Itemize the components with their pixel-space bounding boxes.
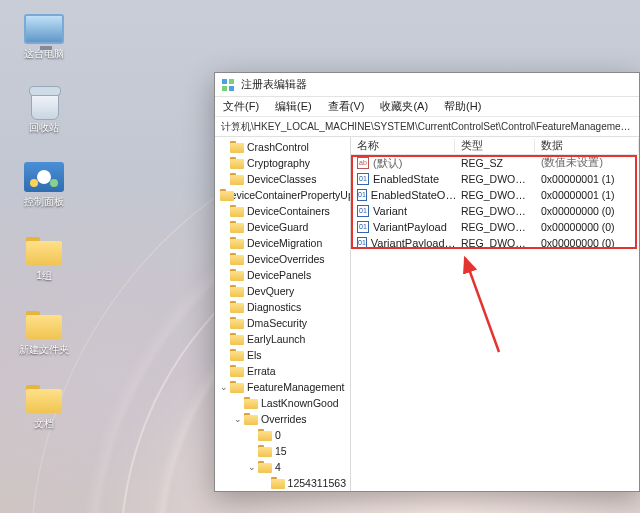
value-data: 0x00000000 (0) (535, 205, 639, 217)
svg-rect-0 (222, 79, 227, 84)
tree-node[interactable]: DeviceContainerPropertyUpda (217, 187, 350, 203)
desktop-icon-folder-b[interactable]: 新建文件夹 (8, 304, 80, 370)
value-data: 0x00000001 (1) (535, 173, 639, 185)
folder-icon (258, 429, 272, 441)
value-type: REG_DWORD (455, 205, 535, 217)
dword-value-icon: 01 (357, 221, 369, 233)
folder-icon (258, 445, 272, 457)
expander-icon[interactable]: ⌄ (233, 414, 243, 424)
value-row[interactable]: 01VariantPayloadREG_DWORD0x00000000 (0) (351, 219, 639, 235)
tree-node[interactable]: EarlyLaunch (217, 331, 350, 347)
tree-node[interactable]: Cryptography (217, 155, 350, 171)
tree-node-label: DeviceOverrides (247, 253, 325, 265)
tree-node[interactable]: DeviceOverrides (217, 251, 350, 267)
tree-node-label: Errata (247, 365, 276, 377)
value-row[interactable]: 01VariantPayload…REG_DWORD0x00000000 (0) (351, 235, 639, 251)
address-bar[interactable]: 计算机\HKEY_LOCAL_MACHINE\SYSTEM\CurrentCon… (215, 117, 639, 137)
tree-node-label: DmaSecurity (247, 317, 307, 329)
tree-node-label: Diagnostics (247, 301, 301, 313)
value-name: EnabledState (373, 173, 439, 185)
values-header: 名称 类型 数据 (351, 137, 639, 155)
expander-icon[interactable]: ⌄ (219, 382, 229, 392)
tree-node[interactable]: Errata (217, 363, 350, 379)
svg-rect-3 (229, 86, 234, 91)
tree-node-label: Cryptography (247, 157, 310, 169)
desktop-icon-recycle[interactable]: 回收站 (8, 82, 80, 148)
menu-favorites[interactable]: 收藏夹(A) (378, 97, 430, 116)
tree-node-label: 15 (275, 445, 287, 457)
value-data: (数值未设置) (535, 156, 639, 170)
folder-icon (230, 269, 244, 281)
tree-node[interactable]: ⌄FeatureManagement (217, 379, 350, 395)
value-row[interactable]: 01EnabledStateO…REG_DWORD0x00000001 (1) (351, 187, 639, 203)
value-row[interactable]: 01EnabledStateREG_DWORD0x00000001 (1) (351, 171, 639, 187)
tree-node-label: EarlyLaunch (247, 333, 305, 345)
desktop-icon-this-pc[interactable]: 这台电脑 (8, 8, 80, 74)
menu-view[interactable]: 查看(V) (326, 97, 367, 116)
tree-node[interactable]: 1254311563 (217, 475, 350, 491)
value-type: REG_DWORD (455, 189, 535, 201)
tree-node[interactable]: ⌄4 (217, 459, 350, 475)
tree-node[interactable]: Els (217, 347, 350, 363)
desktop-icon-folder-a[interactable]: 1组 (8, 230, 80, 296)
folder-icon (230, 365, 244, 377)
tree-node-label: Overrides (261, 413, 307, 425)
value-row[interactable]: ab(默认)REG_SZ(数值未设置) (351, 155, 639, 171)
value-type: REG_DWORD (455, 237, 535, 249)
menu-help[interactable]: 帮助(H) (442, 97, 483, 116)
value-row[interactable]: 01VariantREG_DWORD0x00000000 (0) (351, 203, 639, 219)
tree-node-label: 4 (275, 461, 281, 473)
tree-node[interactable]: DeviceClasses (217, 171, 350, 187)
value-name: Variant (373, 205, 407, 217)
folder-icon (230, 285, 244, 297)
menu-file[interactable]: 文件(F) (221, 97, 261, 116)
desktop-icon-folder-c[interactable]: 文档 (8, 378, 80, 444)
tree-node[interactable]: CrashControl (217, 139, 350, 155)
dword-value-icon: 01 (357, 237, 367, 249)
folder-icon (244, 397, 258, 409)
values-pane[interactable]: 名称 类型 数据 ab(默认)REG_SZ(数值未设置)01EnabledSta… (351, 137, 639, 491)
svg-rect-1 (229, 79, 234, 84)
tree-node-label: DeviceGuard (247, 221, 308, 233)
regedit-window: 注册表编辑器 文件(F) 编辑(E) 查看(V) 收藏夹(A) 帮助(H) 计算… (214, 72, 640, 492)
tree-pane[interactable]: CrashControlCryptographyDeviceClassesDev… (215, 137, 351, 491)
titlebar[interactable]: 注册表编辑器 (215, 73, 639, 97)
tree-node[interactable]: 15 (217, 443, 350, 459)
desktop-icon-label: 1组 (36, 270, 52, 282)
tree-node[interactable]: LastKnownGood (217, 395, 350, 411)
tree-node-label: 0 (275, 429, 281, 441)
expander-icon[interactable]: ⌄ (247, 462, 257, 472)
desktop-icon-control[interactable]: 控制面板 (8, 156, 80, 222)
folder-icon (230, 173, 244, 185)
tree-node[interactable]: DeviceContainers (217, 203, 350, 219)
tree-node[interactable]: DevQuery (217, 283, 350, 299)
desktop-icon-label: 文档 (34, 418, 54, 430)
tree-node[interactable]: DmaSecurity (217, 315, 350, 331)
col-type[interactable]: 类型 (455, 139, 535, 153)
folder-icon (230, 205, 244, 217)
col-name[interactable]: 名称 (351, 139, 455, 153)
annotation-arrow (451, 252, 511, 362)
tree-node[interactable]: 0 (217, 427, 350, 443)
folder-icon (271, 477, 284, 489)
menu-edit[interactable]: 编辑(E) (273, 97, 314, 116)
dword-value-icon: 01 (357, 205, 369, 217)
string-value-icon: ab (357, 157, 369, 169)
tree-node-label: DevicePanels (247, 269, 311, 281)
col-data[interactable]: 数据 (535, 139, 639, 153)
value-type: REG_SZ (455, 157, 535, 169)
tree-node[interactable]: Diagnostics (217, 299, 350, 315)
tree-node[interactable]: DeviceMigration (217, 235, 350, 251)
folder-icon (230, 157, 244, 169)
value-data: 0x00000001 (1) (535, 189, 639, 201)
desktop-icon-label: 新建文件夹 (19, 344, 69, 356)
folder-icon (230, 253, 244, 265)
value-name: VariantPayload (373, 221, 447, 233)
tree-node[interactable]: ⌄Overrides (217, 411, 350, 427)
folder-icon (24, 380, 64, 418)
tree-node-label: DeviceContainerPropertyUpda (223, 189, 351, 201)
value-name: EnabledStateO… (371, 189, 455, 201)
tree-node[interactable]: DevicePanels (217, 267, 350, 283)
value-name: (默认) (373, 156, 402, 171)
tree-node[interactable]: DeviceGuard (217, 219, 350, 235)
